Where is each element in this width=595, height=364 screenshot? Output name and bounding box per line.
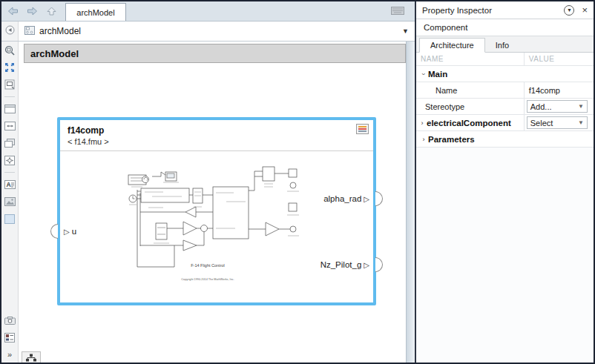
model-badge-icon [24,24,35,38]
name-value[interactable]: f14comp [529,86,560,95]
inspector-menu-icon[interactable]: ▼ [564,5,574,16]
close-icon[interactable]: × [582,5,588,15]
row-parameters[interactable]: › Parameters [416,131,594,148]
chevron-down-icon[interactable]: › [420,70,427,79]
port-u[interactable]: ▷ u [62,223,76,239]
tab-architecture[interactable]: Architecture [419,38,485,53]
forward-icon[interactable] [26,5,39,17]
row-label: Parameters [428,135,475,144]
chevron-right-icon[interactable]: › [419,136,428,143]
tab-label: archModel [76,8,114,17]
port-triangle-icon: ▷ [364,261,369,269]
breadcrumb-caret-icon[interactable]: ▼ [402,27,409,35]
port-bump [50,224,58,239]
vertical-scrollbar[interactable] [406,42,415,363]
dropdown-value: Select [530,119,553,128]
legend-icon[interactable] [4,331,16,343]
component-header: f14comp < f14.fmu > [60,120,373,151]
row-electrical-component[interactable]: › electricalComponent Select ▼ [416,115,594,131]
port-triangle-icon: ▷ [364,195,369,203]
component-f14comp[interactable]: f14comp < f14.fmu > [57,117,376,305]
fmu-badge-icon [356,124,369,134]
diagram-caption: F-14 Flight Control [191,263,225,268]
canvas-title-bar: archModel [24,44,406,63]
editor-pane: archModel archModel ▼ [1,1,415,363]
name-column-header: NAME [416,53,525,65]
circle-back-icon[interactable] [5,24,15,38]
value-column-header: VALUE [525,53,594,65]
port-bump [375,257,383,272]
port-label: u [72,227,76,236]
port-label: alpha_rad [323,194,361,203]
hierarchy-tab[interactable] [22,351,41,363]
back-icon[interactable] [7,5,19,17]
copy-view-icon[interactable] [4,137,16,149]
row-name[interactable]: Name f14comp [416,82,594,99]
inspector-title: Property Inspector [422,6,492,15]
viewport-icon[interactable] [4,103,16,115]
hierarchy-tree-icon [25,354,37,362]
property-inspector: Property Inspector ▼ × Component Archite… [416,1,594,363]
zoom-in-icon[interactable] [4,44,16,56]
inspector-header: Property Inspector ▼ × [416,1,594,19]
object-type-label: Component [424,23,467,32]
diagram-canvas[interactable]: archModel f14comp < f14.fmu > [19,42,406,363]
row-label: Stereotype [421,102,464,111]
annotation-icon[interactable]: A [4,179,16,191]
property-grid: NAME VALUE › Main Name f14comp Stereotyp… [416,53,594,148]
tab-info[interactable]: Info [485,39,519,52]
screenshot-icon[interactable] [4,79,16,90]
object-type-row: Component [416,19,594,36]
keyboard-icon[interactable] [391,4,404,18]
simulink-window: archModel archModel ▼ [0,0,595,364]
port-label: Nz_Pilot_g [320,260,362,269]
up-icon[interactable] [45,5,58,17]
palette-toolbar: A » [1,42,19,363]
grid-header: NAME VALUE [416,53,594,66]
component-name: f14comp [68,125,366,136]
row-label: electricalComponent [427,119,511,128]
f14-diagram-thumbnail: F-14 Flight Control Copyright 1990-2014 … [122,157,308,288]
port-alpha-rad[interactable]: alpha_rad ▷ [323,191,372,207]
port-nz-pilot-g[interactable]: Nz_Pilot_g ▷ [320,257,372,273]
port-bump [375,191,383,206]
inspector-tabs: Architecture Info [416,36,594,53]
stereotype-dropdown[interactable]: Add... ▼ [527,100,588,113]
guides-icon[interactable] [4,154,16,166]
camera-icon[interactable] [4,314,16,326]
chevron-right-icon[interactable]: › [418,119,427,127]
breadcrumb-row: archModel ▼ [1,21,415,42]
inspector-empty-area [416,148,594,363]
row-stereotype[interactable]: Stereotype Add... ▼ [416,99,594,115]
port-triangle-icon: ▷ [64,228,70,236]
chevron-down-icon: ▼ [578,103,584,110]
component-subtitle: < f14.fmu > [68,137,366,146]
electrical-component-dropdown[interactable]: Select ▼ [527,116,588,129]
svg-text:A: A [6,181,10,188]
area-select-icon[interactable] [4,213,16,225]
document-tabbar: archModel [1,1,415,21]
row-main[interactable]: › Main [416,66,594,82]
dropdown-value: Add... [530,102,552,111]
tab-archmodel[interactable]: archModel [65,3,126,21]
resize-icon[interactable] [4,120,16,132]
chevron-down-icon: ▼ [578,119,584,126]
row-label: Name [421,86,457,95]
row-label: Main [428,70,447,79]
image-icon[interactable] [4,196,16,208]
breadcrumb-label: archModel [39,26,81,36]
expand-toolbar-icon[interactable]: » [4,348,16,360]
fit-to-view-icon[interactable] [4,62,16,73]
breadcrumb[interactable]: archModel ▼ [19,21,415,41]
diagram-copyright: Copyright 1990-2014 The MathWorks, Inc. [181,278,234,281]
canvas-title: archModel [30,48,79,59]
